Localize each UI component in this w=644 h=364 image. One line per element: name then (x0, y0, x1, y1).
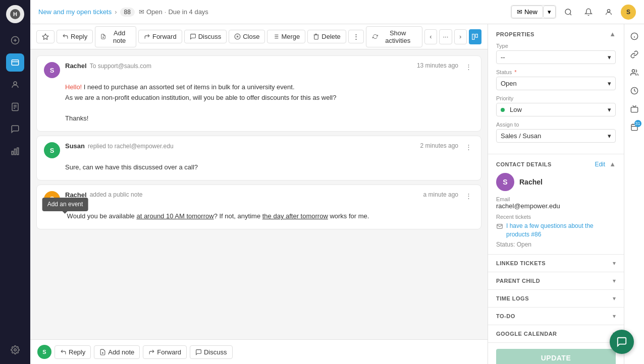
assign-value: Sales / Susan (501, 132, 541, 140)
forward-label: Forward (152, 33, 177, 40)
prev-ticket-button[interactable]: ‹ (424, 29, 437, 44)
priority-field: Priority Low ▾ (496, 95, 616, 116)
contact-collapse-button[interactable]: ▲ (609, 160, 616, 168)
contact-email: rachel@empower.edu (496, 202, 616, 210)
priority-select[interactable]: Low ▾ (496, 103, 616, 116)
time-logs-section[interactable]: TIME LOGS ▾ (488, 290, 624, 308)
show-activities-label: Show activities (380, 29, 416, 44)
search-button[interactable] (560, 4, 576, 20)
message-more-button[interactable]: ⋮ (463, 62, 474, 72)
close-button[interactable]: Close (229, 30, 265, 43)
contact-details-section: CONTACT DETAILS Edit ▲ S Rachel Email ra… (488, 154, 624, 255)
bottom-forward-button[interactable]: Forward (143, 345, 187, 359)
info-icon[interactable] (626, 28, 642, 44)
new-button[interactable]: ✉ New (511, 6, 543, 18)
next-ticket-button[interactable]: › (454, 29, 467, 44)
svg-point-7 (14, 82, 17, 85)
bottom-reply-button[interactable]: Reply (55, 345, 91, 359)
linked-tickets-chevron: ▾ (613, 260, 616, 267)
linked-tickets-section[interactable]: LINKED TICKETS ▾ (488, 255, 624, 272)
breadcrumb-arrow: › (115, 8, 117, 16)
clock-icon[interactable] (626, 83, 642, 99)
sidebar-item-tickets[interactable] (6, 53, 24, 72)
message-card: S Rachel added a public note a minute ag… (36, 185, 481, 229)
priority-dot (501, 108, 505, 112)
star-button[interactable] (36, 30, 55, 43)
reply-button[interactable]: Reply (57, 30, 93, 43)
parent-child-chevron: ▾ (613, 277, 616, 284)
account-button[interactable] (601, 4, 617, 20)
contact-edit-button[interactable]: Edit (595, 161, 605, 168)
status-value: Open (501, 80, 517, 87)
reply-bar: S Reply Add note Forward Discuss (30, 339, 488, 364)
assign-field: Assign to Sales / Susan ▾ (496, 122, 616, 143)
kanban-view-button[interactable] (469, 29, 481, 44)
contact-details-title: CONTACT DETAILS (496, 161, 552, 167)
app-logo[interactable]: H (6, 5, 24, 23)
svg-rect-31 (476, 34, 478, 37)
svg-rect-5 (12, 60, 19, 66)
message-card: S Rachel To support@sauls.com 13 minutes… (36, 55, 481, 132)
merge-label: Merge (281, 33, 300, 40)
update-button[interactable]: UPDATE (496, 349, 616, 364)
svg-point-16 (565, 9, 571, 15)
svg-text:H: H (13, 11, 17, 17)
message-more-button[interactable]: ⋮ (463, 142, 474, 152)
status-field: Status * Open ▾ (496, 69, 616, 90)
header-actions: ✉ New ▾ S (511, 4, 636, 20)
message-more-button[interactable]: ⋮ (463, 191, 474, 201)
forward-button[interactable]: Forward (138, 30, 182, 43)
assign-select[interactable]: Sales / Susan ▾ (496, 129, 616, 143)
priority-value: Low (510, 106, 522, 113)
more-options-button[interactable]: ⋮ (348, 30, 364, 43)
top-header: New and my open tickets › 88 ✉ Open · Du… (30, 0, 644, 24)
delete-button[interactable]: Delete (307, 30, 346, 43)
team-icon[interactable] (626, 65, 642, 81)
merge-button[interactable]: Merge (267, 30, 305, 43)
user-avatar[interactable]: S (621, 5, 636, 20)
message-header: S Susan replied to rachel@empower.edu 2 … (37, 136, 481, 162)
status-select[interactable]: Open ▾ (496, 77, 616, 90)
type-select[interactable]: -- ▾ (496, 50, 616, 64)
recent-ticket-link[interactable]: I have a few questions about the product… (506, 222, 616, 239)
message-time: a minute ago (423, 191, 458, 198)
calendar-badge: 31 (634, 120, 641, 127)
more-nav-button[interactable]: ··· (439, 29, 452, 44)
add-note-button[interactable]: Add note (95, 26, 136, 47)
show-activities-button[interactable]: Show activities (366, 26, 422, 47)
chat-widget[interactable] (610, 330, 634, 354)
contact-info: S Rachel (496, 173, 616, 191)
ticket-count: 88 (120, 8, 135, 17)
update-section: UPDATE (488, 343, 624, 364)
bottom-add-note-button[interactable]: Add note (94, 345, 140, 359)
sidebar-item-chat[interactable] (6, 120, 24, 138)
google-calendar-section[interactable]: GOOGLE CALENDAR ▾ (488, 325, 624, 343)
breadcrumb[interactable]: New and my open tickets › 88 (38, 8, 135, 17)
contact-details-header: CONTACT DETAILS Edit ▲ (496, 160, 616, 168)
sidebar-item-home[interactable] (6, 31, 24, 49)
properties-title: PROPERTIES (496, 31, 534, 37)
message-sender: Rachel (65, 62, 87, 70)
sidebar-item-reports[interactable] (6, 142, 24, 160)
close-label: Close (243, 33, 259, 40)
main-area: New and my open tickets › 88 ✉ Open · Du… (30, 0, 644, 364)
status-label: Open (146, 8, 163, 16)
svg-marker-18 (42, 34, 48, 39)
time-logs-title: TIME LOGS (496, 295, 529, 301)
linked-tickets-title: LINKED TICKETS (496, 260, 546, 266)
tv-icon[interactable] (626, 101, 642, 117)
sidebar-item-contacts[interactable] (6, 76, 24, 94)
discuss-button[interactable]: Discuss (184, 30, 227, 43)
todo-section[interactable]: TO-DO ▾ (488, 308, 624, 325)
sidebar-item-knowledge[interactable] (6, 98, 24, 116)
link-icon[interactable] (626, 46, 642, 63)
properties-collapse-button[interactable]: ▲ (609, 30, 616, 38)
svg-point-15 (14, 349, 17, 351)
calendar-icon[interactable]: 31 (626, 119, 642, 135)
new-dropdown-button[interactable]: ▾ (543, 6, 556, 18)
notifications-button[interactable] (580, 4, 597, 20)
svg-point-38 (632, 70, 634, 72)
sidebar-item-settings[interactable] (6, 341, 24, 359)
parent-child-section[interactable]: PARENT CHILD ▾ (488, 272, 624, 290)
bottom-discuss-button[interactable]: Discuss (190, 345, 233, 359)
